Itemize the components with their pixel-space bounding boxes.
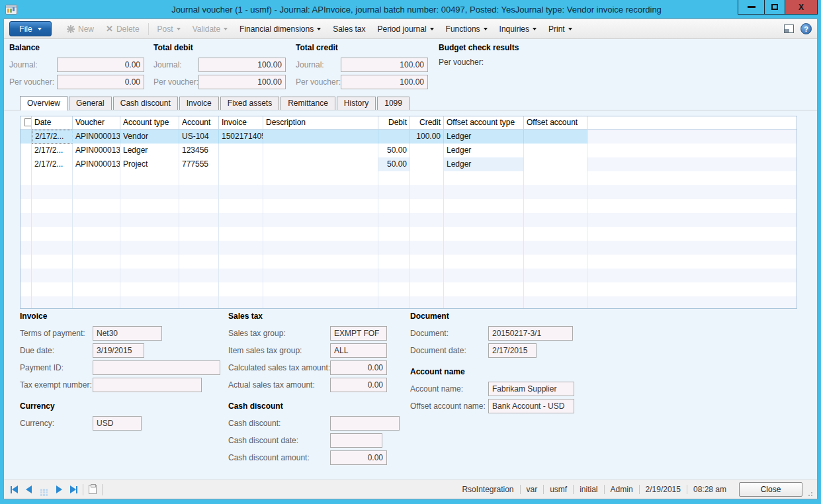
column-header-credit[interactable]: Credit <box>410 116 444 129</box>
column-header-date[interactable]: Date <box>32 116 73 129</box>
column-header-invoice[interactable]: Invoice <box>219 116 263 129</box>
item-sales-tax-group-field[interactable]: ALL <box>330 343 387 358</box>
cell-account[interactable]: 777555 <box>179 157 219 171</box>
tab-fixed-assets[interactable]: Fixed assets <box>220 97 279 110</box>
maximize-button[interactable] <box>764 0 785 14</box>
resize-grip[interactable] <box>806 490 813 497</box>
document-group: Document Document: 20150217-3/1 Document… <box>410 312 573 359</box>
cell-date[interactable]: 2/17/2... <box>32 157 73 171</box>
toolbar-post-button[interactable]: Post <box>151 22 187 36</box>
cell-credit[interactable] <box>410 157 444 171</box>
cell-invoice[interactable] <box>219 157 263 171</box>
cell-account-type[interactable]: Project <box>120 157 179 171</box>
toolbar-delete-button[interactable]: ✕ Delete <box>100 22 146 36</box>
last-record-button[interactable] <box>70 485 77 493</box>
toolbar-financial-dimensions-button[interactable]: Financial dimensions <box>234 22 327 36</box>
row-select-cell[interactable] <box>21 130 32 144</box>
close-window-button[interactable]: X <box>785 0 817 14</box>
cell-account-type[interactable]: Vendor <box>120 130 179 144</box>
cell-offset-account[interactable] <box>524 130 587 144</box>
cash-discount-amount-field[interactable]: 0.00 <box>330 450 387 465</box>
column-header-account-type[interactable]: Account type <box>120 116 179 129</box>
column-header-account[interactable]: Account <box>179 116 219 129</box>
cash-discount-date-field[interactable] <box>330 433 382 448</box>
next-record-button[interactable] <box>56 485 62 493</box>
tab-1099[interactable]: 1099 <box>377 97 410 110</box>
row-select-cell[interactable] <box>21 144 32 157</box>
cell-offset-account-type[interactable]: Ledger <box>444 144 524 157</box>
toolbar-new-button[interactable]: New <box>61 22 100 36</box>
cell-description[interactable] <box>263 157 378 171</box>
cell-offset-account[interactable] <box>524 157 587 171</box>
cash-discount-field[interactable] <box>330 416 400 431</box>
previous-record-button[interactable] <box>26 485 32 493</box>
account-name-field[interactable]: Fabrikam Supplier <box>488 382 574 396</box>
toolbar-sales-tax-button[interactable]: Sales tax <box>327 22 371 36</box>
cell-offset-account[interactable] <box>524 144 587 157</box>
cell-debit[interactable] <box>378 130 410 144</box>
column-header-voucher[interactable]: Voucher <box>73 116 120 129</box>
cell-date[interactable]: 2/17/2... <box>32 130 73 144</box>
select-all-checkbox[interactable] <box>24 118 32 126</box>
table-row[interactable]: 2/17/2... APIN000013 Ledger 123456 50.00… <box>21 144 797 157</box>
tab-invoice[interactable]: Invoice <box>179 97 219 110</box>
cell-description[interactable] <box>263 144 378 157</box>
sales-tax-group-field[interactable]: EXMPT FOF <box>330 326 387 341</box>
terms-of-payment-field[interactable]: Net30 <box>93 326 162 341</box>
cell-invoice[interactable] <box>219 144 263 157</box>
cell-debit[interactable]: 50.00 <box>378 144 410 157</box>
payment-id-field[interactable] <box>93 360 220 375</box>
cell-credit[interactable] <box>410 144 444 157</box>
grid-view-button[interactable] <box>40 489 48 491</box>
tab-general[interactable]: General <box>69 97 112 110</box>
currency-group: Currency Currency: USD <box>20 401 142 432</box>
tab-cash-discount[interactable]: Cash discount <box>113 97 178 110</box>
currency-field[interactable]: USD <box>93 416 142 431</box>
cell-voucher[interactable]: APIN000013 <box>73 144 120 157</box>
minimize-button[interactable] <box>738 0 764 14</box>
tab-history[interactable]: History <box>337 97 376 110</box>
cell-voucher[interactable]: APIN000013 <box>73 157 120 171</box>
sales-tax-group-label: Sales tax group: <box>228 329 330 338</box>
tab-overview[interactable]: Overview <box>20 96 67 110</box>
cell-description[interactable] <box>263 130 378 144</box>
column-header-offset-account[interactable]: Offset account <box>524 116 587 129</box>
cell-debit[interactable]: 50.00 <box>378 157 410 171</box>
tax-exempt-number-field[interactable] <box>93 378 202 392</box>
cell-account[interactable]: 123456 <box>179 144 219 157</box>
toolbar: File New ✕ Delete Post Validate Financi <box>4 19 817 39</box>
cell-invoice[interactable]: 1502171405 <box>219 130 263 144</box>
toolbar-validate-button[interactable]: Validate <box>187 22 234 36</box>
cell-credit[interactable]: 100.00 <box>410 130 444 144</box>
first-record-button[interactable] <box>11 485 18 493</box>
column-header-offset-account-type[interactable]: Offset account type <box>444 116 524 129</box>
toolbar-functions-button[interactable]: Functions <box>440 22 494 36</box>
cell-offset-account-type[interactable]: Ledger <box>444 130 524 144</box>
document-attachment-button[interactable] <box>89 485 97 494</box>
document-date-field[interactable]: 2/17/2015 <box>488 343 537 358</box>
due-date-field[interactable]: 3/19/2015 <box>93 343 144 358</box>
next-record-icon <box>56 485 62 493</box>
document-field[interactable]: 20150217-3/1 <box>488 326 573 341</box>
cell-account[interactable]: US-104 <box>179 130 219 144</box>
offset-account-name-field[interactable]: Bank Account - USD <box>488 399 574 413</box>
file-menu-button[interactable]: File <box>9 21 52 36</box>
close-button[interactable]: Close <box>739 482 802 497</box>
toolbar-print-button[interactable]: Print <box>542 22 578 36</box>
calculated-sales-tax-field[interactable]: 0.00 <box>330 360 387 375</box>
row-select-cell[interactable] <box>21 157 32 171</box>
window-layout-icon[interactable] <box>784 24 794 33</box>
column-header-description[interactable]: Description <box>263 116 378 129</box>
column-header-debit[interactable]: Debit <box>378 116 410 129</box>
table-row[interactable]: 2/17/2... APIN000013 Vendor US-104 15021… <box>21 130 797 144</box>
help-icon[interactable]: ? <box>800 23 812 34</box>
table-row[interactable]: 2/17/2... APIN000013 Project 777555 50.0… <box>21 157 797 171</box>
cell-account-type[interactable]: Ledger <box>120 144 179 157</box>
actual-sales-tax-field[interactable]: 0.00 <box>330 378 387 392</box>
tab-remittance[interactable]: Remittance <box>281 97 335 110</box>
cell-voucher[interactable]: APIN000013 <box>73 130 120 144</box>
toolbar-period-journal-button[interactable]: Period journal <box>372 22 440 36</box>
cell-offset-account-type[interactable]: Ledger <box>444 157 524 171</box>
toolbar-inquiries-button[interactable]: Inquiries <box>494 22 542 36</box>
cell-date[interactable]: 2/17/2... <box>32 144 73 157</box>
